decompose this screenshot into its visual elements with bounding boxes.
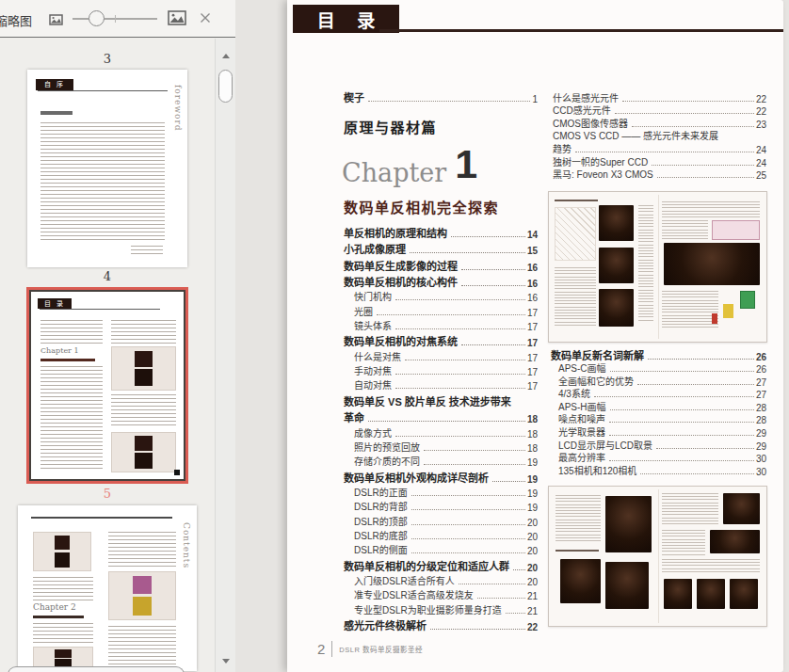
toc-leader-dots: [461, 285, 525, 286]
toc-entry-text: 快门机构: [354, 289, 392, 303]
toc-leader-dots: [451, 236, 525, 237]
scroll-up-arrow[interactable]: [222, 54, 230, 58]
preview-photo: [730, 579, 758, 610]
toc-entry-text: 数码单反新名词新解: [551, 347, 644, 362]
preview-photo-wide: [664, 243, 760, 285]
preview-photo: [605, 496, 652, 552]
toc-entry: 数码单反相机的核心构件 16: [344, 273, 538, 290]
toc-entry: 手动对焦 17: [344, 363, 538, 377]
toc-leader-dots: [411, 495, 525, 496]
toc-leader-dots: [615, 113, 754, 114]
toc-leader-dots: [461, 344, 525, 345]
toc-entry-page: 28: [756, 415, 766, 425]
thumbnail-page-3[interactable]: 自 序 foreword: [27, 70, 187, 267]
toc-entry-text: 数码单反相机的分级定位和适应人群: [344, 558, 509, 573]
toc-entry-text: 成像方式: [354, 425, 392, 440]
toc-entry-text: 感光元件终极解析: [344, 617, 427, 632]
toc-leader-dots: [513, 569, 525, 570]
toc-leader-dots: [430, 629, 525, 630]
scrollbar-thumb[interactable]: [218, 70, 233, 103]
chapter-heading: Chapter1: [342, 141, 477, 190]
toc-entry: 准专业DSLR适合高级发烧友 21: [344, 587, 538, 601]
toc-entry-page: 20: [527, 577, 538, 587]
toc-leader-dots: [640, 473, 754, 474]
preview-red-chip: [712, 313, 717, 324]
close-icon[interactable]: [199, 11, 212, 28]
collapsed-bottom-toolbar[interactable]: [8, 666, 185, 672]
thumbnail-size-slider[interactable]: [72, 9, 157, 28]
toc-entry-page: 27: [756, 377, 766, 388]
toc-entry: DSLR的正面 19: [344, 485, 538, 499]
toc-entry-text: 手动对焦: [354, 363, 392, 377]
toc-entry-page: 17: [527, 338, 538, 348]
page-label-3: 3: [104, 50, 111, 69]
mini-chapter-text: Chapter 2: [33, 602, 76, 612]
toc-leader-dots: [622, 101, 754, 102]
footer-book-title: DSLR 数码单反摄影圣经: [339, 644, 423, 654]
toc-entry: 快门机构 16: [344, 289, 538, 303]
toc-entry: 数码单反 VS 胶片单反 技术进步带来: [344, 392, 538, 408]
toc-entry-text: 光圈: [354, 304, 373, 318]
toc-entry-page: 29: [756, 428, 766, 439]
toc-entry-page: 17: [527, 353, 538, 363]
mini-image-collage: [111, 346, 176, 391]
slider-handle[interactable]: [89, 10, 105, 26]
toc-entry-page: 16: [527, 263, 538, 273]
preview-text: [556, 495, 602, 542]
toc-entry-text: 自动对焦: [354, 377, 392, 392]
toc-entry: 自动对焦 17: [344, 377, 538, 392]
toc-entry-page: 19: [527, 457, 538, 468]
toc-leader-dots: [424, 464, 525, 465]
toc-entry-page: 26: [756, 352, 766, 362]
spread-preview-image-1: [548, 191, 767, 343]
preview-text: [662, 493, 718, 524]
toc-entry-page: 26: [756, 364, 766, 375]
toc-leader-dots: [656, 448, 754, 449]
scroll-down-arrow[interactable]: [222, 659, 230, 664]
toc-leader-dots: [648, 359, 754, 360]
toc-entry-page: 17: [527, 381, 538, 392]
part-title: 原理与器材篇: [344, 117, 437, 136]
toc-entry: DSLR的底部 20: [344, 528, 538, 542]
mini-text-lines: [40, 366, 103, 472]
mini-text-lines: [111, 320, 176, 344]
spread-preview-image-2: [548, 486, 767, 627]
thumbnail-sidebar: 缩略图 3 自 序 foreword 4 目 录 Chapter 1: [0, 0, 235, 672]
mini-rule: [40, 309, 160, 310]
toc-leader-dots: [609, 435, 754, 436]
page-label-5: 5: [104, 485, 111, 504]
toc-entry-page: 24: [756, 158, 766, 168]
thumbnail-shrink-icon[interactable]: [49, 12, 63, 29]
toc-leader-dots: [610, 409, 754, 410]
sidebar-scrollbar[interactable]: [215, 39, 235, 672]
toc-entry-page: 18: [527, 443, 538, 454]
chapter-word: Chapter: [342, 158, 446, 187]
toc-leader-dots: [594, 396, 754, 397]
toc-entry: 什么是对焦 17: [344, 348, 538, 362]
toc-entry: 光圈 17: [344, 303, 538, 317]
thumbnail-page-5[interactable]: Contents Chapter 2: [18, 505, 197, 671]
toc-entry: DSLR的侧面 20: [344, 542, 538, 556]
preview-heading-bar: [555, 200, 598, 201]
toc-header-rule: [379, 29, 783, 32]
toc-entry-text: CMOS VS CCD —— 感光元件未来发展: [553, 128, 718, 142]
toc-entry-page: 21: [527, 591, 538, 601]
toc-entry: 单反相机的原理和结构 14: [344, 223, 538, 240]
toc-entry: 小孔成像原理 15: [344, 240, 538, 257]
toc-entry-text: 入门级DSLR适合所有人: [354, 573, 455, 587]
mini-text-lines: [33, 577, 93, 600]
preview-photo: [697, 579, 725, 610]
thumbnail-page-4-selected[interactable]: 目 录 Chapter 1: [29, 290, 185, 481]
toc-leader-dots: [637, 384, 754, 385]
toc-leader-dots: [410, 252, 525, 253]
toc-entry-page: 18: [527, 429, 538, 440]
toc-entry-page: 23: [756, 120, 766, 130]
toc-entry-text: 存储介质的不同: [354, 454, 420, 468]
toc-entry-text: 楔子: [344, 89, 364, 104]
toc-leader-dots: [368, 101, 530, 102]
toc-leader-dots: [459, 584, 525, 584]
thumbnail-enlarge-icon[interactable]: [168, 10, 186, 29]
toc-entry-text: 照片的预览回放: [354, 440, 420, 454]
preview-green-chip: [740, 291, 755, 309]
slider-tick: [115, 15, 116, 23]
